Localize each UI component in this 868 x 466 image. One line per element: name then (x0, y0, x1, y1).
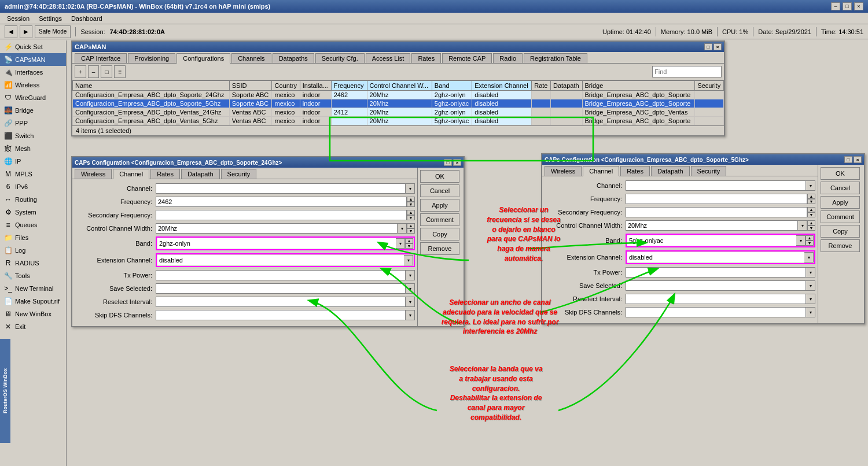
skip-dfs-dropdown[interactable]: ▾ (406, 310, 415, 320)
menu-session[interactable]: Session (2, 14, 34, 23)
frequency-up-btn[interactable]: ▲ (407, 197, 415, 202)
apply-right-btn[interactable]: Apply (821, 196, 860, 209)
band-dropdown[interactable]: ▾ (396, 238, 405, 249)
config-left-tab-security[interactable]: Security (221, 169, 257, 179)
copy-config-btn[interactable]: □ (101, 65, 112, 78)
r-sec-freq-input[interactable] (626, 207, 807, 217)
sidebar-item-switch[interactable]: ⬛ Switch (0, 130, 66, 142)
r-band-dropdown[interactable]: ▾ (796, 235, 806, 246)
r-band-up[interactable]: ▲ (806, 235, 814, 241)
config-right-tab-wireless[interactable]: Wireless (545, 166, 582, 176)
sidebar-item-files[interactable]: 📁 Files (0, 231, 66, 244)
r-frequency-down[interactable]: ▼ (807, 199, 815, 204)
r-tx-power-input[interactable] (626, 267, 806, 278)
r-ctrl-width-input[interactable] (626, 220, 798, 231)
sidebar-item-ipv6[interactable]: 6 IPv6 (0, 180, 66, 193)
remove-left-btn[interactable]: Remove (420, 242, 459, 255)
r-reselect-input[interactable] (626, 294, 806, 304)
sidebar-item-ip[interactable]: 🌐 IP (0, 155, 66, 168)
tab-configurations[interactable]: Configurations (176, 53, 230, 64)
tab-security-cfg[interactable]: Security Cfg. (315, 53, 365, 63)
r-ext-channel-input[interactable] (627, 252, 804, 262)
sec-freq-up-btn[interactable]: ▲ (407, 210, 415, 215)
find-input[interactable] (652, 66, 722, 77)
sidebar-item-wireless[interactable]: 📶 Wireless (0, 79, 66, 91)
sidebar-item-queues[interactable]: ≡ Queues (0, 219, 66, 231)
safe-mode-btn[interactable]: Safe Mode (35, 25, 71, 38)
r-ctrl-width-up[interactable]: ▲ (807, 220, 815, 225)
ctrl-width-input[interactable] (156, 223, 398, 234)
config-left-tab-wireless[interactable]: Wireless (75, 169, 112, 179)
tx-power-dropdown[interactable]: ▾ (406, 270, 415, 280)
r-band-input[interactable] (627, 235, 796, 246)
tab-radio[interactable]: Radio (493, 53, 523, 63)
capsmann-close-btn[interactable]: × (713, 43, 722, 50)
sidebar-item-exit[interactable]: ✕ Exit (0, 320, 66, 333)
reselect-dropdown[interactable]: ▾ (406, 297, 415, 307)
sidebar-item-tools[interactable]: 🔧 Tools (0, 269, 66, 282)
sidebar-item-quickset[interactable]: ⚡ Quick Set (0, 40, 66, 53)
cancel-right-btn[interactable]: Cancel (821, 182, 860, 194)
r-ctrl-width-down[interactable]: ▼ (807, 225, 815, 231)
back-btn[interactable]: ◀ (5, 25, 17, 38)
frequency-input[interactable] (156, 197, 407, 207)
r-skip-dfs-dropdown[interactable]: ▾ (806, 307, 815, 317)
sidebar-item-log[interactable]: 📋 Log (0, 244, 66, 257)
r-reselect-dropdown[interactable]: ▾ (806, 294, 815, 304)
sidebar-item-mesh[interactable]: 🕸 Mesh (0, 142, 66, 155)
r-sec-freq-up[interactable]: ▲ (807, 207, 815, 212)
sidebar-item-radius[interactable]: R RADIUS (0, 257, 66, 269)
minimize-btn[interactable]: – (831, 2, 840, 10)
copy-left-btn[interactable]: Copy (420, 228, 459, 241)
r-sec-freq-down[interactable]: ▼ (807, 212, 815, 217)
sidebar-item-ppp[interactable]: 🔗 PPP (0, 117, 66, 130)
config-left-restore[interactable]: □ (444, 159, 452, 166)
channel-input[interactable] (156, 183, 406, 194)
band-up-btn[interactable]: ▲ (405, 238, 413, 243)
r-ctrl-width-dropdown[interactable]: ▾ (798, 220, 807, 231)
ext-channel-input[interactable] (157, 255, 404, 265)
capsmann-restore-btn[interactable]: □ (704, 43, 712, 50)
save-selected-input[interactable] (156, 283, 406, 294)
band-input[interactable] (157, 238, 396, 249)
r-band-down[interactable]: ▼ (806, 241, 814, 246)
config-right-tab-channel[interactable]: Channel (583, 166, 619, 176)
sec-freq-input[interactable] (156, 210, 407, 220)
sidebar-item-supout[interactable]: 📄 Make Supout.rif (0, 295, 66, 308)
copy-right-btn[interactable]: Copy (821, 225, 860, 238)
tab-rates[interactable]: Rates (411, 53, 441, 63)
remove-config-btn[interactable]: – (88, 65, 100, 78)
filter-config-btn[interactable]: ≡ (114, 65, 126, 78)
cancel-left-btn[interactable]: Cancel (420, 184, 459, 197)
r-save-selected-input[interactable] (626, 280, 806, 291)
ctrl-width-dropdown[interactable]: ▾ (398, 223, 407, 234)
ext-channel-dropdown[interactable]: ▾ (404, 255, 413, 265)
ok-right-btn[interactable]: OK (821, 167, 860, 180)
sidebar-item-routing[interactable]: ↔ Routing (0, 193, 66, 206)
band-down-btn[interactable]: ▼ (405, 243, 413, 249)
sidebar-item-mpls[interactable]: M MPLS (0, 168, 66, 180)
tab-remote-cap[interactable]: Remote CAP (442, 53, 492, 63)
channel-dropdown-btn[interactable]: ▾ (406, 183, 415, 194)
ok-left-btn[interactable]: OK (420, 170, 459, 183)
r-save-selected-dropdown[interactable]: ▾ (806, 280, 815, 291)
remove-right-btn[interactable]: Remove (821, 239, 860, 252)
sidebar-item-terminal[interactable]: >_ New Terminal (0, 282, 66, 295)
config-left-tab-datapath[interactable]: Datapath (181, 169, 220, 179)
save-selected-dropdown[interactable]: ▾ (406, 283, 415, 294)
r-skip-dfs-input[interactable] (626, 307, 806, 317)
frequency-down-btn[interactable]: ▼ (407, 202, 415, 207)
comment-right-btn[interactable]: Comment (821, 210, 860, 223)
config-right-close[interactable]: × (854, 156, 862, 163)
r-channel-dropdown[interactable]: ▾ (806, 180, 815, 191)
config-left-tab-channel[interactable]: Channel (113, 169, 149, 179)
tab-registration[interactable]: Registration Table (524, 53, 587, 63)
config-right-tab-rates[interactable]: Rates (620, 166, 650, 176)
sidebar-item-wireguard[interactable]: 🛡 WireGuard (0, 91, 66, 104)
config-right-tab-security[interactable]: Security (691, 166, 727, 176)
menu-dashboard[interactable]: Dashboard (67, 14, 107, 23)
tab-provisioning[interactable]: Provisioning (128, 53, 175, 63)
r-frequency-input[interactable] (626, 194, 807, 204)
apply-left-btn[interactable]: Apply (420, 199, 459, 212)
ctrl-width-up-btn[interactable]: ▲ (407, 223, 415, 228)
